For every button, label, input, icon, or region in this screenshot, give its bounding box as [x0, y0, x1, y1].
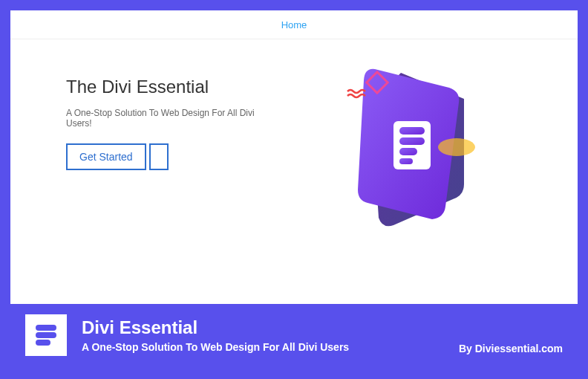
- hero-text-col: The Divi Essential A One-Stop Solution T…: [66, 62, 279, 233]
- page-content: Home The Divi Essential A One-Stop Solut…: [10, 10, 578, 304]
- secondary-button[interactable]: [149, 143, 169, 170]
- footer-bar: Divi Essential A One-Stop Solution To We…: [10, 304, 578, 366]
- svg-rect-5: [399, 148, 417, 155]
- top-nav: Home: [10, 10, 578, 39]
- outer-frame: Home The Divi Essential A One-Stop Solut…: [0, 0, 588, 379]
- svg-rect-4: [399, 137, 425, 145]
- svg-rect-9: [36, 340, 50, 346]
- hero-image-col: [309, 62, 522, 233]
- footer-subtitle: A One-Stop Solution To Web Design For Al…: [82, 341, 444, 353]
- logo-icon: [31, 320, 61, 350]
- hero-section: The Divi Essential A One-Stop Solution T…: [10, 39, 578, 233]
- cta-row: Get Started: [66, 143, 279, 170]
- get-started-button[interactable]: Get Started: [66, 143, 146, 170]
- svg-rect-7: [36, 325, 56, 331]
- footer-text: Divi Essential A One-Stop Solution To We…: [82, 317, 444, 353]
- svg-rect-3: [399, 127, 425, 135]
- footer-logo: [25, 314, 67, 356]
- svg-rect-6: [399, 158, 413, 164]
- nav-home-link[interactable]: Home: [281, 19, 307, 30]
- svg-rect-8: [36, 332, 56, 338]
- svg-point-1: [438, 138, 475, 156]
- product-illustration: [342, 62, 490, 233]
- footer-attribution: By Diviessential.com: [459, 343, 563, 354]
- hero-subtitle: A One-Stop Solution To Web Design For Al…: [66, 108, 279, 129]
- hero-title: The Divi Essential: [66, 77, 279, 97]
- footer-title: Divi Essential: [82, 317, 444, 338]
